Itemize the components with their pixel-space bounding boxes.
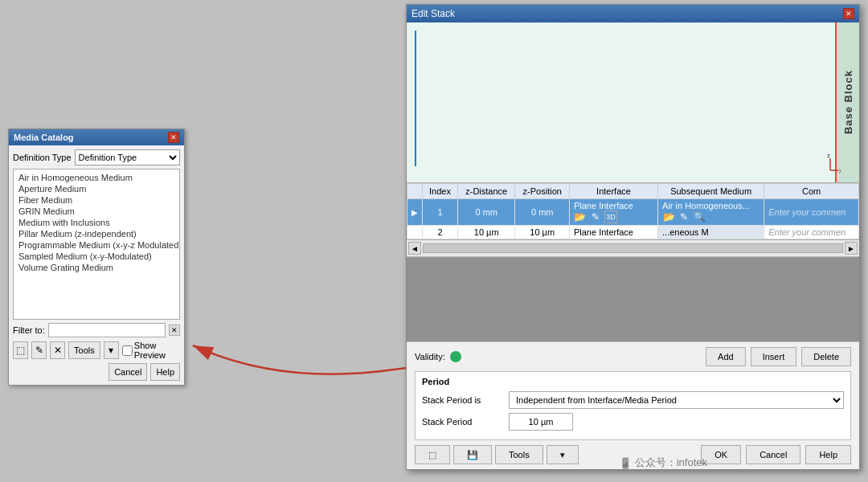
row-indicator-2: [407, 226, 423, 239]
filter-label: Filter to:: [13, 325, 45, 335]
media-catalog-close-button[interactable]: ✕: [168, 132, 179, 143]
comment-text-1: Enter your commen: [768, 207, 845, 217]
row-index-2: 2: [423, 226, 458, 239]
comment-text-2: Enter your commen: [768, 227, 845, 237]
row-interface-2[interactable]: Plane Interface: [569, 226, 657, 239]
filter-row: Definition Type Definition Type Template…: [13, 149, 180, 165]
row-z-position-1[interactable]: 0 mm: [515, 199, 569, 226]
show-preview-text: Show Preview: [134, 341, 180, 360]
medium-name-1: Air in Homogeneous...: [662, 201, 760, 210]
list-item[interactable]: Fiber Medium: [16, 194, 177, 206]
final-save-btn[interactable]: 💾: [453, 445, 492, 464]
table-row[interactable]: ▶ 1 0 mm 0 mm Plane Interface 📂 ✎ 3D: [407, 199, 859, 226]
base-block-label: Base Block z x: [835, 22, 859, 182]
help-button[interactable]: Help: [805, 445, 851, 464]
final-tools-btn[interactable]: Tools: [495, 445, 543, 464]
col-medium: Subsequent Medium: [658, 184, 764, 199]
tools-button[interactable]: Tools: [68, 341, 100, 359]
edit-stack-body: Base Block z x Index z-Distance z-Positi…: [407, 22, 859, 469]
catalog-toolbar: ⬚ ✎ ✕ Tools ▾ Show Preview: [13, 341, 180, 360]
3d-icon[interactable]: 3D: [604, 210, 617, 223]
scroll-track[interactable]: [423, 243, 843, 253]
validity-row: Validity: Add Insert Delete: [415, 347, 851, 366]
svg-text:x: x: [839, 167, 841, 174]
row-z-distance-1[interactable]: 0 mm: [457, 199, 515, 226]
media-catalog-body: Definition Type Definition Type Template…: [9, 145, 184, 385]
col-index: Index: [423, 184, 458, 199]
edit-stack-titlebar: Edit Stack ✕: [407, 5, 859, 22]
horizontal-scrollbar[interactable]: ◄ ►: [407, 240, 859, 257]
period-title: Period: [422, 377, 844, 386]
col-comment: Com: [764, 184, 859, 199]
period-section: Period Stack Period is Independent from …: [415, 371, 851, 440]
list-item[interactable]: Pillar Medium (z-independent): [16, 228, 177, 239]
icon-button-3[interactable]: ✕: [50, 341, 65, 359]
interface-name-1: Plane Interface: [574, 201, 653, 210]
catalog-cancel-button[interactable]: Cancel: [108, 363, 147, 381]
show-preview-label[interactable]: Show Preview: [122, 341, 180, 360]
interface-name-2: Plane Interface: [574, 227, 653, 237]
row-z-position-2[interactable]: 10 µm: [515, 226, 569, 239]
row-comment-1[interactable]: Enter your commen: [764, 199, 859, 226]
show-preview-checkbox[interactable]: [122, 345, 133, 356]
final-icon-btn-1[interactable]: ⬚: [415, 445, 450, 464]
edit-stack-window: Edit Stack ✕ Base Block z x: [406, 4, 860, 470]
list-item[interactable]: Programmable Medium (x-y-z Modulated): [16, 239, 177, 251]
stack-period-input[interactable]: [509, 413, 573, 431]
definition-type-label: Definition Type: [13, 153, 72, 162]
table-row[interactable]: 2 10 µm 10 µm Plane Interface ...eneous …: [407, 226, 859, 239]
interface-icons-1: 📂 ✎ 3D: [574, 210, 653, 223]
final-tools-dropdown[interactable]: ▾: [547, 445, 579, 464]
medium-open-icon[interactable]: 📂: [662, 210, 675, 223]
medium-search-icon[interactable]: 🔍: [693, 210, 706, 223]
delete-button[interactable]: Delete: [801, 347, 851, 366]
medium-edit-icon[interactable]: ✎: [678, 210, 690, 223]
col-interface: Interface: [569, 184, 657, 199]
cancel-button[interactable]: Cancel: [746, 445, 800, 464]
stack-period-is-dropdown[interactable]: Independent from Interface/Media Period: [509, 391, 844, 409]
row-medium-1[interactable]: Air in Homogeneous... 📂 ✎ 🔍: [658, 199, 764, 226]
icon-button-1[interactable]: ⬚: [13, 341, 28, 359]
list-item[interactable]: Sampled Medium (x-y-Modulated): [16, 251, 177, 262]
filter-section: Filter to: ✕: [13, 323, 180, 337]
stack-period-label: Stack Period: [422, 417, 502, 427]
row-medium-2[interactable]: ...eneous M: [658, 226, 764, 239]
stack-period-is-row: Stack Period is Independent from Interfa…: [422, 391, 844, 409]
row-comment-2[interactable]: Enter your commen: [764, 226, 859, 239]
list-item[interactable]: Volume Grating Medium: [16, 262, 177, 273]
edit-stack-close-button[interactable]: ✕: [843, 8, 854, 19]
scroll-left-arrow[interactable]: ◄: [408, 242, 421, 255]
watermark-text: 公众号：infotek: [635, 455, 707, 470]
catalog-help-button[interactable]: Help: [150, 363, 180, 381]
definition-type-dropdown[interactable]: Definition Type Templates: [75, 149, 180, 165]
base-block-text: Base Block: [842, 70, 854, 134]
list-item[interactable]: Air in Homogeneous Medium: [16, 172, 177, 183]
filter-input[interactable]: [48, 323, 166, 337]
validity-section: Validity:: [415, 351, 461, 362]
validity-label: Validity:: [415, 352, 445, 362]
bottom-controls: Validity: Add Insert Delete Period Stack…: [407, 341, 859, 469]
watermark-icon: 📱: [619, 457, 632, 469]
col-z-distance: z-Distance: [457, 184, 515, 199]
list-item[interactable]: Medium with Inclusions: [16, 217, 177, 228]
scroll-right-arrow[interactable]: ►: [845, 242, 858, 255]
open-icon[interactable]: 📂: [574, 210, 587, 223]
add-button[interactable]: Add: [706, 347, 746, 366]
svg-text:z: z: [827, 154, 830, 159]
media-catalog-window: Media Catalog ✕ Definition Type Definiti…: [8, 129, 185, 386]
stack-period-row: Stack Period: [422, 413, 844, 431]
list-item[interactable]: GRIN Medium: [16, 206, 177, 217]
col-indicator: [407, 184, 423, 199]
list-item[interactable]: Aperture Medium: [16, 183, 177, 194]
row-z-distance-2[interactable]: 10 µm: [457, 226, 515, 239]
row-interface-1[interactable]: Plane Interface 📂 ✎ 3D: [569, 199, 657, 226]
final-left-buttons: ⬚ 💾 Tools ▾: [415, 445, 579, 464]
tools-dropdown-arrow[interactable]: ▾: [104, 341, 119, 359]
action-buttons: Add Insert Delete: [706, 347, 851, 366]
media-catalog-title: Media Catalog: [14, 133, 74, 142]
filter-clear-button[interactable]: ✕: [169, 325, 180, 336]
edit-icon[interactable]: ✎: [589, 210, 602, 223]
insert-button[interactable]: Insert: [751, 347, 797, 366]
media-catalog-titlebar: Media Catalog ✕: [9, 129, 184, 145]
icon-button-2[interactable]: ✎: [31, 341, 47, 359]
